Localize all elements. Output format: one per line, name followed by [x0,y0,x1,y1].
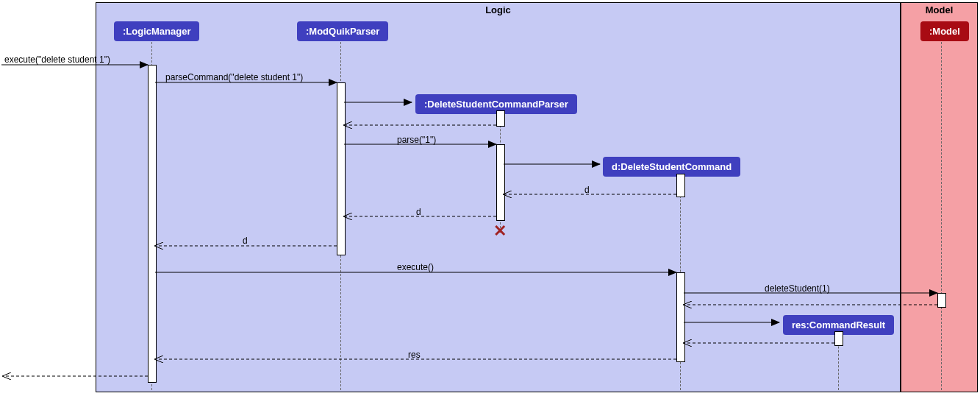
msg-d1: d [584,185,590,195]
msg-d2: d [416,207,421,217]
msg-res: res [408,350,421,360]
msg-execute2: execute() [397,262,434,272]
activation-commandresult [834,331,843,346]
activation-model [937,293,946,308]
activation-dsc-1 [676,174,685,197]
participant-logicmanager: :LogicManager [114,21,199,41]
msg-deletestudent: deleteStudent(1) [765,283,830,294]
msg-parsecommand: parseCommand("delete student 1") [165,72,303,82]
activation-dscp-2 [496,144,505,221]
msg-d3: d [243,236,248,246]
destroy-icon: ✕ [493,222,507,241]
activation-dscp-1 [496,110,505,127]
region-model-label: Model [926,4,954,15]
activation-dsc-2 [676,272,685,362]
activation-modquikparser [337,82,346,255]
sequence-diagram: Logic Model :LogicManager :ModQuikParser… [0,0,980,396]
activation-logicmanager [148,65,157,383]
region-logic-label: Logic [485,4,511,15]
participant-model: :Model [920,21,969,41]
msg-execute: execute("delete student 1") [4,54,110,65]
lifeline-model [941,38,942,390]
msg-parse: parse("1") [397,135,436,145]
region-model: Model [901,2,978,392]
participant-modquikparser: :ModQuikParser [297,21,388,41]
participant-dsc: d:DeleteStudentCommand [603,157,740,177]
